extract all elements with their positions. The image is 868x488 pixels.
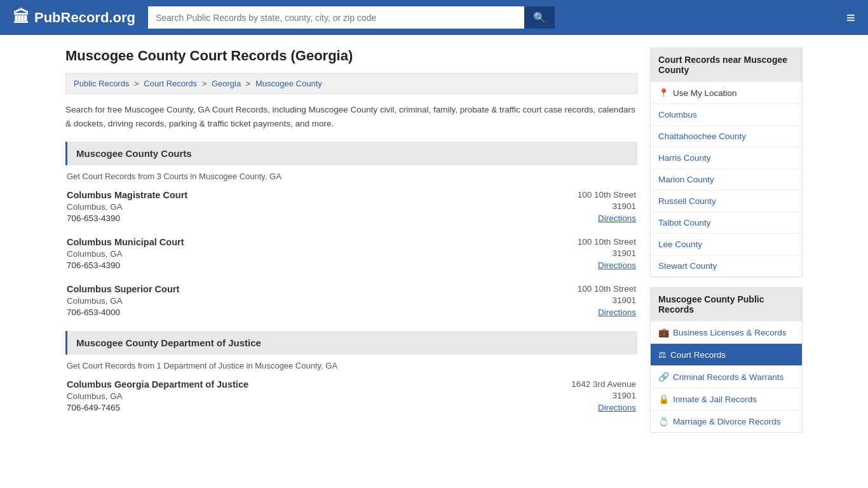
court-directions-link[interactable]: Directions xyxy=(598,261,636,270)
inmate-records-link[interactable]: 🔒 Inmate & Jail Records xyxy=(651,388,802,410)
breadcrumb-court-records[interactable]: Court Records xyxy=(144,79,197,88)
court-directions-link[interactable]: Directions xyxy=(598,403,636,412)
court-zip: 31901 xyxy=(522,391,636,400)
main-content: Muscogee County Court Records (Georgia) … xyxy=(65,48,637,443)
sidebar-public-records-list: 💼 Business Licenses & Records ⚖ Court Re… xyxy=(651,321,802,432)
breadcrumb-muscogee[interactable]: Muscogee County xyxy=(255,79,322,88)
criminal-records-link[interactable]: 🔗 Criminal Records & Warrants xyxy=(651,366,802,388)
nearby-harris-link[interactable]: Harris County xyxy=(651,147,802,168)
sidebar-item-use-location[interactable]: 📍 Use My Location xyxy=(651,81,802,104)
ring-icon: 💍 xyxy=(658,416,669,426)
court-city: Columbus, GA xyxy=(67,296,179,306)
sidebar-item-russell[interactable]: Russell County xyxy=(651,190,802,212)
court-records-link[interactable]: ⚖ Court Records xyxy=(651,344,802,365)
court-name: Columbus Magistrate Court xyxy=(67,190,187,200)
court-right: 1642 3rd Avenue 31901 Directions xyxy=(522,379,636,412)
sidebar-item-criminal-records[interactable]: 🔗 Criminal Records & Warrants xyxy=(651,365,802,388)
sidebar-nearby-title: Court Records near Muscogee County xyxy=(651,48,802,81)
nearby-lee-link[interactable]: Lee County xyxy=(651,234,802,255)
sidebar-nearby-list: 📍 Use My Location Columbus Chattahoochee… xyxy=(651,81,802,276)
court-entry: Columbus Municipal Court Columbus, GA 70… xyxy=(65,237,637,270)
nearby-columbus-link[interactable]: Columbus xyxy=(651,104,802,125)
court-name: Columbus Municipal Court xyxy=(67,237,184,247)
court-address: 1642 3rd Avenue xyxy=(522,379,636,389)
courts-section-header: Muscogee County Courts xyxy=(65,142,637,165)
marriage-records-link[interactable]: 💍 Marriage & Divorce Records xyxy=(651,410,802,432)
sidebar-item-columbus[interactable]: Columbus xyxy=(651,104,802,125)
scales-icon: ⚖ xyxy=(658,349,667,360)
search-bar: 🔍 xyxy=(148,6,555,29)
court-address: 100 10th Street xyxy=(522,190,636,200)
page-title: Muscogee County Court Records (Georgia) xyxy=(65,48,637,64)
court-left: Columbus Superior Court Columbus, GA 706… xyxy=(67,284,179,317)
lock-icon: 🔒 xyxy=(658,394,669,404)
court-entry: Columbus Superior Court Columbus, GA 706… xyxy=(65,284,637,317)
breadcrumb: Public Records > Court Records > Georgia… xyxy=(65,73,637,94)
court-directions-link[interactable]: Directions xyxy=(598,308,636,317)
court-phone: 706-653-4000 xyxy=(67,308,179,317)
use-location-label: Use My Location xyxy=(673,88,737,98)
nearby-russell-link[interactable]: Russell County xyxy=(651,191,802,212)
sidebar-nearby-section: Court Records near Muscogee County 📍 Use… xyxy=(650,48,803,277)
court-right: 100 10th Street 31901 Directions xyxy=(522,237,636,270)
chain-icon: 🔗 xyxy=(658,372,669,382)
sidebar-item-court-records[interactable]: ⚖ Court Records xyxy=(651,343,802,365)
criminal-records-label: Criminal Records & Warrants xyxy=(673,372,783,382)
court-entry: Columbus Georgia Department of Justice C… xyxy=(65,379,637,412)
menu-button[interactable]: ≡ xyxy=(846,9,855,27)
court-name: Columbus Georgia Department of Justice xyxy=(67,379,248,390)
court-right: 100 10th Street 31901 Directions xyxy=(522,190,636,223)
nearby-stewart-link[interactable]: Stewart County xyxy=(651,255,802,276)
site-header: 🏛 PubRecord.org 🔍 ≡ xyxy=(0,0,868,35)
court-address: 100 10th Street xyxy=(522,237,636,247)
sidebar-item-talbot[interactable]: Talbot County xyxy=(651,212,802,233)
sidebar-item-chattahoochee[interactable]: Chattahoochee County xyxy=(651,125,802,147)
page-body: Muscogee County Court Records (Georgia) … xyxy=(53,35,815,456)
court-city: Columbus, GA xyxy=(67,391,248,401)
court-left: Columbus Municipal Court Columbus, GA 70… xyxy=(67,237,184,270)
court-directions-link[interactable]: Directions xyxy=(598,214,636,223)
location-icon: 📍 xyxy=(658,88,669,98)
sidebar-item-marion[interactable]: Marion County xyxy=(651,168,802,190)
sidebar-item-lee[interactable]: Lee County xyxy=(651,233,802,255)
page-description: Search for free Muscogee County, GA Cour… xyxy=(65,103,637,130)
court-records-label: Court Records xyxy=(670,350,726,360)
business-licenses-link[interactable]: 💼 Business Licenses & Records xyxy=(651,322,802,343)
breadcrumb-georgia[interactable]: Georgia xyxy=(212,79,241,88)
sidebar-item-inmate-records[interactable]: 🔒 Inmate & Jail Records xyxy=(651,388,802,410)
briefcase-icon: 💼 xyxy=(658,327,669,337)
use-location-link[interactable]: 📍 Use My Location xyxy=(651,82,802,104)
business-licenses-label: Business Licenses & Records xyxy=(673,328,787,337)
court-city: Columbus, GA xyxy=(67,249,184,259)
sidebar-item-marriage-records[interactable]: 💍 Marriage & Divorce Records xyxy=(651,410,802,432)
court-name: Columbus Superior Court xyxy=(67,284,179,294)
search-button[interactable]: 🔍 xyxy=(524,6,555,29)
court-left: Columbus Magistrate Court Columbus, GA 7… xyxy=(67,190,187,223)
justice-section-sub: Get Court Records from 1 Department of J… xyxy=(65,361,637,370)
breadcrumb-public-records[interactable]: Public Records xyxy=(74,79,129,88)
justice-section-header: Muscogee County Department of Justice xyxy=(65,331,637,355)
court-address: 100 10th Street xyxy=(522,284,636,294)
nearby-chattahoochee-link[interactable]: Chattahoochee County xyxy=(651,126,802,147)
court-phone: 706-653-4390 xyxy=(67,214,187,223)
sidebar-item-business-licenses[interactable]: 💼 Business Licenses & Records xyxy=(651,321,802,343)
court-left: Columbus Georgia Department of Justice C… xyxy=(67,379,248,412)
nearby-marion-link[interactable]: Marion County xyxy=(651,169,802,190)
court-city: Columbus, GA xyxy=(67,202,187,212)
search-input[interactable] xyxy=(148,6,524,29)
court-right: 100 10th Street 31901 Directions xyxy=(522,284,636,317)
sidebar-item-harris[interactable]: Harris County xyxy=(651,147,802,168)
court-zip: 31901 xyxy=(522,295,636,305)
building-icon: 🏛 xyxy=(13,8,29,27)
court-zip: 31901 xyxy=(522,201,636,211)
site-logo[interactable]: 🏛 PubRecord.org xyxy=(13,8,135,27)
marriage-records-label: Marriage & Divorce Records xyxy=(673,417,781,426)
sidebar-public-records-section: Muscogee County Public Records 💼 Busines… xyxy=(650,287,803,433)
inmate-records-label: Inmate & Jail Records xyxy=(673,395,757,404)
court-zip: 31901 xyxy=(522,248,636,258)
court-phone: 706-649-7465 xyxy=(67,403,248,412)
nearby-talbot-link[interactable]: Talbot County xyxy=(651,212,802,233)
logo-text: PubRecord.org xyxy=(34,10,135,26)
courts-section-sub: Get Court Records from 3 Courts in Musco… xyxy=(65,172,637,181)
sidebar-item-stewart[interactable]: Stewart County xyxy=(651,255,802,276)
